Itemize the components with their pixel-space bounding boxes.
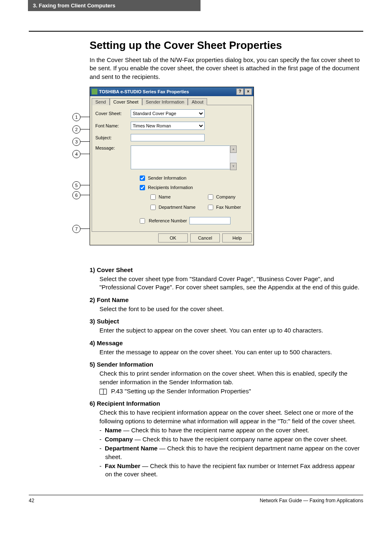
recipients-info-checkbox[interactable] bbox=[140, 185, 145, 190]
recipients-info-label: Recipients Information bbox=[148, 185, 193, 190]
company-label: Company bbox=[216, 194, 235, 199]
dialog-screenshot: 1 2 3 4 5 6 7 TOSHIBA e-STUDIO Series Fa… bbox=[90, 87, 363, 256]
item3-body: Enter the subject to appear on the cover… bbox=[99, 326, 363, 335]
cover-sheet-label: Cover Sheet: bbox=[95, 111, 131, 116]
callout-4: 4 bbox=[72, 150, 81, 158]
callout-5: 5 bbox=[72, 181, 81, 189]
intro-paragraph: In the Cover Sheet tab of the N/W-Fax pr… bbox=[90, 56, 363, 81]
page-number: 42 bbox=[29, 498, 34, 503]
ok-button[interactable]: OK bbox=[158, 233, 188, 242]
tab-about[interactable]: About bbox=[188, 98, 207, 105]
sender-info-checkbox[interactable] bbox=[140, 175, 145, 181]
callout-2: 2 bbox=[72, 125, 81, 134]
message-textarea[interactable] bbox=[131, 145, 237, 169]
callout-6: 6 bbox=[72, 191, 81, 199]
reference-number-input[interactable] bbox=[189, 217, 231, 224]
sub-fax: Fax Number — Check this to have the reci… bbox=[99, 462, 363, 479]
message-label: Message: bbox=[95, 145, 131, 150]
chapter-header: 3. Faxing from Client Computers bbox=[28, 0, 201, 11]
cover-sheet-select[interactable]: Standard Cover Page bbox=[131, 109, 205, 118]
dept-checkbox[interactable] bbox=[150, 205, 156, 210]
description-list: 1) Cover Sheet Select the cover sheet ty… bbox=[90, 266, 363, 479]
scrollbar[interactable]: ▲ ▼ bbox=[230, 145, 237, 170]
tab-cover-sheet[interactable]: Cover Sheet bbox=[110, 98, 142, 105]
sub-name: Name — Check this to have the recipient … bbox=[99, 426, 363, 434]
reference-number-checkbox[interactable] bbox=[140, 218, 145, 224]
sub-company: Company — Check this to have the recipie… bbox=[99, 435, 363, 443]
dialog-title: TOSHIBA e-STUDIO Series Fax Properties bbox=[99, 89, 189, 94]
page-title: Setting up the Cover Sheet Properties bbox=[90, 39, 363, 52]
app-icon bbox=[92, 89, 97, 95]
tab-body: Cover Sheet: Standard Cover Page Font Na… bbox=[92, 105, 252, 232]
sub-dept: Department Name — Check this to have the… bbox=[99, 444, 363, 461]
help-dialog-button[interactable]: Help bbox=[222, 233, 252, 242]
help-button[interactable]: ? bbox=[236, 88, 244, 95]
reference-number-label: Reference Number bbox=[149, 218, 187, 223]
footer-title: Network Fax Guide — Faxing from Applicat… bbox=[260, 498, 363, 503]
callout-1: 1 bbox=[72, 113, 81, 121]
cancel-button[interactable]: Cancel bbox=[190, 233, 220, 242]
scroll-up-icon[interactable]: ▲ bbox=[230, 145, 237, 153]
top-rule bbox=[29, 31, 363, 32]
company-checkbox[interactable] bbox=[208, 194, 213, 200]
item6-title: 6) Recipient Information bbox=[90, 399, 363, 408]
item5-body: Check this to print sender information o… bbox=[99, 369, 363, 386]
item4-title: 4) Message bbox=[90, 339, 363, 347]
scroll-down-icon[interactable]: ▼ bbox=[230, 163, 237, 170]
tab-strip: Send Cover Sheet Sender Information Abou… bbox=[90, 96, 254, 105]
fax-label: Fax Number bbox=[216, 205, 241, 210]
book-icon bbox=[99, 389, 107, 395]
item1-title: 1) Cover Sheet bbox=[90, 266, 363, 274]
callout-7: 7 bbox=[72, 225, 81, 233]
item6-body: Check this to have recipient information… bbox=[99, 409, 363, 425]
item5-ref: P.43 "Setting up the Sender Information … bbox=[111, 388, 251, 395]
tab-send[interactable]: Send bbox=[92, 98, 110, 105]
callout-3: 3 bbox=[72, 138, 81, 146]
item5-title: 5) Sender Information bbox=[90, 360, 363, 369]
dialog-titlebar: TOSHIBA e-STUDIO Series Fax Properties ?… bbox=[90, 87, 254, 96]
fax-checkbox[interactable] bbox=[208, 205, 213, 210]
sender-info-label: Sender Information bbox=[148, 175, 187, 180]
dept-label: Department Name bbox=[159, 205, 196, 210]
item1-body: Select the cover sheet type from "Standa… bbox=[99, 275, 363, 292]
item2-title: 2) Font Name bbox=[90, 296, 363, 304]
font-name-label: Font Name: bbox=[95, 123, 131, 128]
subject-input[interactable] bbox=[131, 134, 205, 141]
properties-dialog: TOSHIBA e-STUDIO Series Fax Properties ?… bbox=[90, 87, 254, 245]
item2-body: Select the font to be used for the cover… bbox=[99, 305, 363, 313]
subject-label: Subject: bbox=[95, 135, 131, 140]
close-button[interactable]: × bbox=[244, 88, 252, 95]
name-label: Name bbox=[159, 194, 171, 199]
tab-sender-information[interactable]: Sender Information bbox=[142, 98, 188, 105]
item4-body: Enter the message to appear on the cover… bbox=[99, 348, 363, 356]
font-name-select[interactable]: Times New Roman bbox=[131, 122, 205, 130]
name-checkbox[interactable] bbox=[150, 194, 156, 200]
item3-title: 3) Subject bbox=[90, 317, 363, 325]
